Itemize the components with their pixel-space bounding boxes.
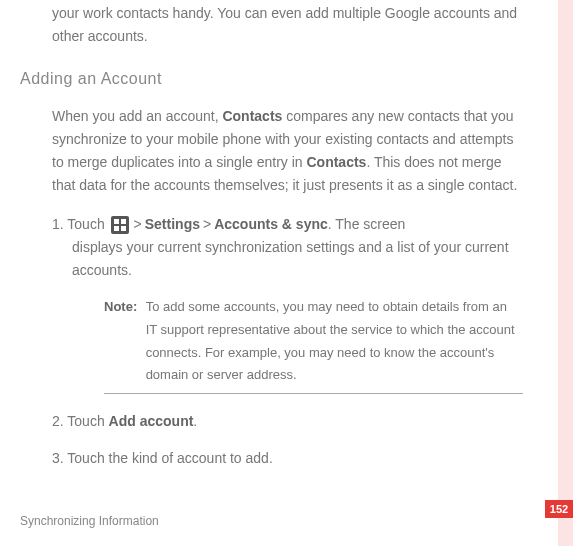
note-label: Note:	[104, 296, 142, 319]
note-text: To add some accounts, you may need to ob…	[146, 296, 521, 387]
breadcrumb-separator: >	[203, 216, 211, 232]
settings-label: Settings	[145, 216, 200, 232]
step-list: 1. Touch >Settings>Accounts & sync. The …	[52, 213, 523, 470]
contacts-bold: Contacts	[306, 154, 366, 170]
contacts-bold: Contacts	[222, 108, 282, 124]
apps-grid-icon	[111, 216, 129, 234]
step-2: 2. Touch Add account.	[52, 410, 523, 433]
step2-prefix: 2. Touch	[52, 413, 109, 429]
step1-suffix: . The screen	[328, 216, 406, 232]
step-1: 1. Touch >Settings>Accounts & sync. The …	[52, 213, 523, 282]
step1-prefix: 1. Touch	[52, 216, 109, 232]
step2-suffix: .	[193, 413, 197, 429]
footer-text: Synchronizing Information	[20, 512, 159, 532]
page-number-badge: 152	[545, 500, 573, 518]
add-account-label: Add account	[109, 413, 194, 429]
intro-paragraph: your work contacts handy. You can even a…	[52, 2, 523, 48]
section-description: When you add an account, Contacts compar…	[52, 105, 523, 197]
page-side-tab	[558, 0, 573, 546]
document-content: your work contacts handy. You can even a…	[0, 0, 573, 470]
step-3: 3. Touch the kind of account to add.	[52, 447, 523, 470]
note-block: Note: To add some accounts, you may need…	[104, 296, 523, 394]
accounts-sync-label: Accounts & sync	[214, 216, 328, 232]
section-heading: Adding an Account	[20, 66, 523, 92]
body-text: When you add an account,	[52, 108, 222, 124]
step1-continuation: displays your current synchronization se…	[52, 236, 523, 282]
breadcrumb-separator: >	[134, 216, 142, 232]
